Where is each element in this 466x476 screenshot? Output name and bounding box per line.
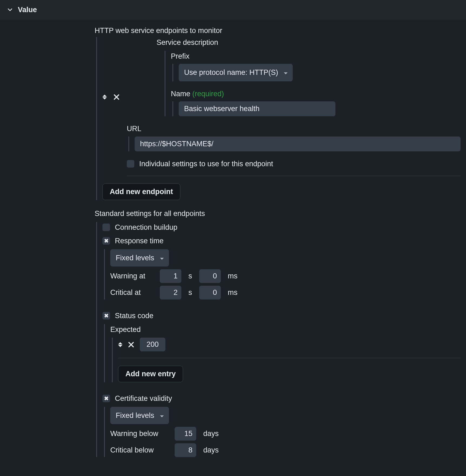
url-label: URL — [127, 123, 461, 134]
caret-down-icon — [284, 67, 288, 78]
expected-label: Expected — [110, 324, 461, 335]
critical-ms-input[interactable] — [199, 286, 221, 299]
chevron-down-icon — [102, 97, 107, 99]
chevron-down-icon — [118, 345, 122, 347]
status-code-input[interactable] — [140, 338, 165, 351]
warning-below-label: Warning below — [110, 428, 170, 439]
connection-buildup-label: Connection buildup — [115, 222, 177, 233]
chevron-up-icon — [118, 342, 122, 344]
reorder-icon[interactable] — [102, 95, 107, 99]
response-time-mode-select[interactable]: Fixed levels — [110, 249, 169, 267]
unit-seconds: s — [186, 271, 194, 282]
url-input[interactable] — [135, 137, 461, 151]
reorder-icon[interactable] — [118, 342, 122, 347]
prefix-label: Prefix — [171, 51, 461, 62]
critical-at-label: Critical at — [110, 287, 155, 298]
prefix-value: Use protocol name: HTTP(S) — [184, 67, 278, 78]
required-tag: (required) — [192, 90, 224, 98]
warning-seconds-input[interactable] — [160, 269, 181, 283]
standard-settings-title: Standard settings for all endpoints — [95, 208, 461, 219]
remove-endpoint-button[interactable] — [113, 93, 120, 101]
critical-seconds-input[interactable] — [160, 286, 181, 299]
unit-ms: ms — [226, 287, 240, 298]
status-code-label: Status code — [115, 310, 154, 321]
critical-days-input[interactable] — [175, 443, 196, 457]
endpoints-section-title: HTTP web service endpoints to monitor — [95, 25, 461, 36]
name-input[interactable] — [179, 101, 335, 116]
unit-days: days — [201, 428, 221, 439]
individual-settings-label: Individual settings to use for this endp… — [139, 158, 273, 169]
unit-days: days — [201, 445, 221, 456]
remove-entry-button[interactable] — [127, 341, 135, 348]
service-description-label: Service description — [157, 37, 461, 48]
certificate-validity-checkbox[interactable] — [102, 395, 110, 402]
caret-down-icon — [160, 252, 164, 264]
response-time-checkbox[interactable] — [102, 237, 110, 245]
add-entry-button[interactable]: Add new entry — [118, 366, 183, 382]
chevron-down-icon — [8, 7, 12, 12]
connection-buildup-checkbox[interactable] — [102, 224, 110, 231]
cert-validity-mode-value: Fixed levels — [116, 410, 154, 421]
caret-down-icon — [160, 410, 164, 421]
section-title: Value — [18, 4, 37, 15]
cert-validity-mode-select[interactable]: Fixed levels — [110, 407, 169, 424]
unit-ms: ms — [226, 271, 240, 282]
warning-days-input[interactable] — [175, 427, 196, 441]
chevron-up-icon — [102, 95, 107, 97]
status-code-checkbox[interactable] — [102, 312, 110, 319]
divider — [118, 358, 461, 358]
certificate-validity-label: Certificate validity — [115, 393, 172, 404]
warning-at-label: Warning at — [110, 271, 155, 282]
unit-seconds: s — [186, 287, 194, 298]
warning-ms-input[interactable] — [199, 269, 221, 283]
add-endpoint-button[interactable]: Add new endpoint — [102, 184, 180, 200]
divider — [127, 176, 461, 176]
prefix-select[interactable]: Use protocol name: HTTP(S) — [179, 64, 293, 81]
critical-below-label: Critical below — [110, 445, 170, 456]
section-header[interactable]: Value — [0, 0, 466, 20]
individual-settings-checkbox[interactable] — [127, 160, 134, 168]
response-time-mode-value: Fixed levels — [116, 252, 154, 264]
name-label: Name (required) — [171, 88, 461, 99]
response-time-label: Response time — [115, 235, 164, 247]
